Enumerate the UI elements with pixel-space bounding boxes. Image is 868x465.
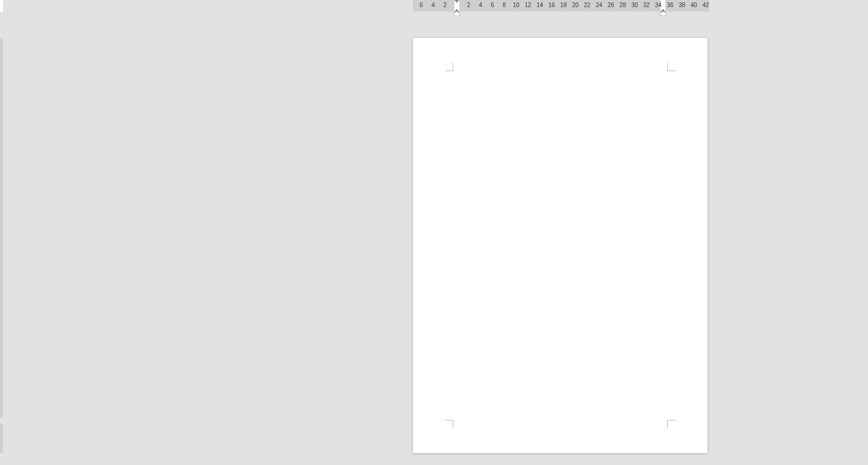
left-indent-marker[interactable]	[454, 11, 460, 16]
document-page[interactable]	[413, 38, 707, 453]
ruler-tick: 30	[631, 2, 638, 8]
ruler-tick: 16	[548, 2, 555, 8]
svg-marker-0	[454, 11, 460, 16]
ruler-zero-marker[interactable]	[454, 0, 459, 12]
ruler-tick: 34	[655, 2, 661, 8]
ruler-corner	[0, 0, 3, 12]
ruler-tick: 12	[524, 2, 531, 8]
vertical-ruler-page-gap	[0, 418, 3, 423]
margin-corner-top-right	[667, 63, 675, 71]
ruler-tick: 18	[560, 2, 566, 8]
ruler-tick: 36	[667, 2, 673, 8]
ruler-tick: 2	[467, 2, 470, 8]
ruler-tick: 40	[690, 2, 697, 8]
vertical-ruler[interactable]	[0, 38, 3, 453]
ruler-tick: 26	[607, 2, 614, 8]
ruler-tick: 10	[513, 2, 519, 8]
ruler-tick: 24	[595, 2, 602, 8]
right-indent-marker[interactable]	[660, 11, 666, 16]
ruler-tick: 6	[419, 2, 423, 8]
ruler-tick: 38	[678, 2, 685, 8]
margin-corner-bottom-right	[667, 420, 675, 428]
ruler-tick: 8	[502, 2, 506, 8]
ruler-tick: 22	[584, 2, 590, 8]
ruler-tick: 28	[619, 2, 626, 8]
ruler-tick: 2	[443, 2, 447, 8]
ruler-tick: 4	[479, 2, 482, 8]
margin-corner-top-left	[445, 63, 453, 71]
ruler-tick: 6	[491, 2, 494, 8]
ruler-tick: 32	[643, 2, 649, 8]
ruler-tick: 20	[572, 2, 578, 8]
horizontal-ruler[interactable]: 6 4 2 2 4 6 8 10 12 14 16 18 20 22 24 26…	[413, 0, 709, 12]
ruler-tick: 14	[536, 2, 543, 8]
ruler-tick: 4	[431, 2, 435, 8]
svg-marker-1	[660, 11, 666, 16]
ruler-tick: 42	[702, 2, 709, 8]
margin-corner-bottom-left	[445, 420, 453, 428]
